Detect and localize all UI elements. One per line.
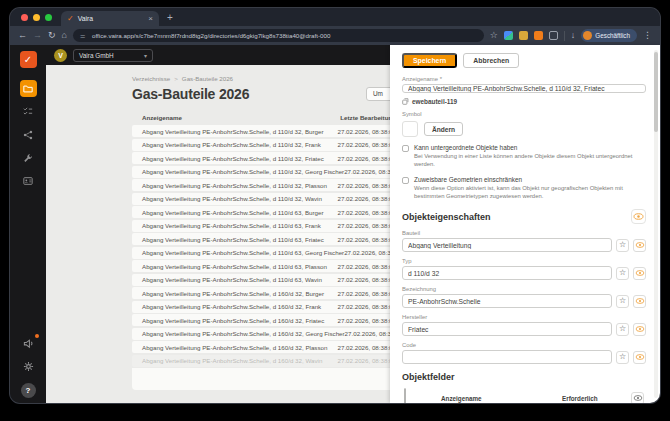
gear-icon [23,361,34,372]
sidebar-item-directories[interactable] [20,80,37,97]
sidebar-item-settings[interactable] [20,358,37,375]
extensions-puzzle-icon[interactable] [549,31,558,40]
field-visibility-button[interactable] [633,239,646,252]
window-controls[interactable] [10,14,61,26]
row-anzeigename: Abgang Verteilleitung PE-AnbohrSchw.Sche… [142,222,321,229]
field-label: Bezeichnung [402,286,646,292]
table-row[interactable]: Abgang Verteilleitung PE-AnbohrSchw.Sche… [132,193,390,205]
reload-icon[interactable]: ↻ [48,31,56,40]
table-row[interactable]: Abgang Verteilleitung PE-AnbohrSchw.Sche… [132,166,390,178]
extension-icon-2[interactable] [519,31,528,40]
section-visibility-button[interactable] [631,209,646,224]
new-tab-button[interactable]: + [159,12,181,26]
scrollbar-thumb[interactable] [654,52,658,132]
table-row[interactable]: Abgang Verteilleitung PE-AnbohrSchw.Sche… [132,125,390,137]
profile-avatar [583,31,592,40]
star-icon: ☆ [619,297,626,305]
field-visibility-button[interactable] [633,267,646,280]
row-letzte-bearbeitung: 27.02.2026, 08:38:08 [338,182,391,189]
forward-icon[interactable]: → [33,31,42,40]
panel-scrollbar[interactable] [654,50,658,398]
save-button[interactable]: Speichern [402,53,457,68]
field-input[interactable] [402,294,612,308]
checkbox[interactable] [402,177,409,184]
field-input[interactable] [402,238,612,252]
table-row[interactable]: Abgang Verteilleitung PE-AnbohrSchw.Sche… [132,260,390,272]
table-row[interactable]: Abgang Verteilleitung PE-AnbohrSchw.Sche… [132,220,390,232]
bookmark-star-icon[interactable]: ☆ [490,31,498,40]
sidebar-item-forms[interactable] [20,103,37,120]
table-row[interactable]: Abgang Verteilleitung PE-AnbohrSchw.Sche… [132,314,390,326]
row-letzte-bearbeitung: 27.02.2026, 08:38:08 [338,195,391,202]
site-settings-icon[interactable]: ⚌ [80,32,88,39]
table-row[interactable]: Abgang Verteilleitung PE-AnbohrSchw.Sche… [132,301,390,313]
property-field: Code ☆ [402,342,646,364]
minimize-window-button[interactable] [33,14,40,21]
download-icon[interactable]: ↓ [571,31,576,40]
field-input[interactable] [402,322,612,336]
table-row[interactable]: Abgang Verteilleitung PE-AnbohrSchw.Sche… [132,274,390,286]
close-window-button[interactable] [21,14,28,21]
back-icon[interactable]: ← [18,31,27,40]
checkbox[interactable] [402,145,409,152]
browser-profile-chip[interactable]: Geschäftlich [581,29,637,42]
extension-icon-1[interactable] [504,31,513,40]
field-input[interactable] [402,266,612,280]
row-anzeigename: Abgang Verteilleitung PE-AnbohrSchw.Sche… [142,209,324,216]
table-row[interactable]: Abgang Verteilleitung PE-AnbohrSchw.Sche… [132,328,390,340]
tab-close-icon[interactable]: × [148,14,153,23]
zoom-window-button[interactable] [45,14,52,21]
sidebar-item-contacts[interactable] [20,172,37,189]
table-row[interactable]: Abgang Verteilleitung PE-AnbohrSchw.Sche… [132,206,390,218]
help-button[interactable]: ? [21,383,36,398]
app-topbar: V Vaira GmbH ▾ [46,45,390,65]
field-favorite-button[interactable]: ☆ [616,323,629,336]
field-visibility-button[interactable] [633,323,646,336]
table-row[interactable]: Abgang Verteilleitung PE-AnbohrSchw.Sche… [132,355,390,367]
table-row[interactable]: Abgang Verteilleitung PE-AnbohrSchw.Sche… [132,247,390,259]
home-icon[interactable]: ⌂ [62,31,67,40]
field-favorite-button[interactable]: ☆ [616,351,629,364]
table-row[interactable]: Abgang Verteilleitung PE-AnbohrSchw.Sche… [132,139,390,151]
table-row[interactable]: Abgang Verteilleitung PE-AnbohrSchw.Sche… [132,152,390,164]
browser-tab[interactable]: ✓ Vaira × [61,11,159,26]
field-input[interactable] [402,350,612,364]
row-anzeigename: Abgang Verteilleitung PE-AnbohrSchw.Sche… [142,195,322,202]
table-row[interactable]: Abgang Verteilleitung PE-AnbohrSchw.Sche… [132,287,390,299]
browser-menu-icon[interactable]: ⋮ [643,31,652,40]
checkbox-label: Zuweisbare Geometrien einschränken [414,176,646,183]
eye-icon [635,354,645,360]
table-row[interactable]: Abgang Verteilleitung PE-AnbohrSchw.Sche… [132,341,390,353]
table-row[interactable]: Abgang Verteilleitung PE-AnbohrSchw.Sche… [132,233,390,245]
field-favorite-button[interactable]: ☆ [616,267,629,280]
change-symbol-button[interactable]: Ändern [424,122,463,136]
fields-visibility-button[interactable] [631,392,644,403]
field-visibility-button[interactable] [633,295,646,308]
table-row[interactable]: Abgang Verteilleitung PE-AnbohrSchw.Sche… [132,179,390,191]
select-all-checkbox[interactable] [404,388,406,403]
sidebar-item-announcements[interactable] [20,335,37,352]
vaira-logo: ✓ [20,51,37,68]
extension-icon-3[interactable] [534,31,543,40]
breadcrumb-verzeichnisse[interactable]: Verzeichnisse [132,75,170,82]
sidebar-item-workflows[interactable] [20,126,37,143]
field-favorite-button[interactable]: ☆ [616,295,629,308]
row-letzte-bearbeitung: 27.02.2026, 08:38:08 [345,330,390,337]
organization-select[interactable]: Vaira GmbH ▾ [73,49,153,62]
row-letzte-bearbeitung: 27.02.2026, 08:38:08 [338,276,391,283]
url-bar[interactable]: ⚌ office.vaira.app/s/c7be7mnm8f7rdnd8tg2… [73,29,484,42]
sidebar-item-tools[interactable] [20,149,37,166]
field-favorite-button[interactable]: ☆ [616,239,629,252]
field-visibility-button[interactable] [633,351,646,364]
row-letzte-bearbeitung: 27.02.2026, 08:38:08 [338,303,391,310]
option-checkbox-row: Zuweisbare Geometrien einschränken Wenn … [402,176,646,201]
vaira-favicon: ✓ [67,14,74,23]
property-field: Hersteller ☆ [402,314,646,336]
user-avatar[interactable]: V [54,49,67,62]
truncated-action-button[interactable]: Um [366,87,390,101]
table-footer [132,368,390,390]
anzeigename-input[interactable] [402,84,646,93]
slug-copy-icon[interactable] [402,98,409,105]
row-anzeigename: Abgang Verteilleitung PE-AnbohrSchw.Sche… [142,344,327,351]
cancel-button[interactable]: Abbrechen [463,53,519,68]
